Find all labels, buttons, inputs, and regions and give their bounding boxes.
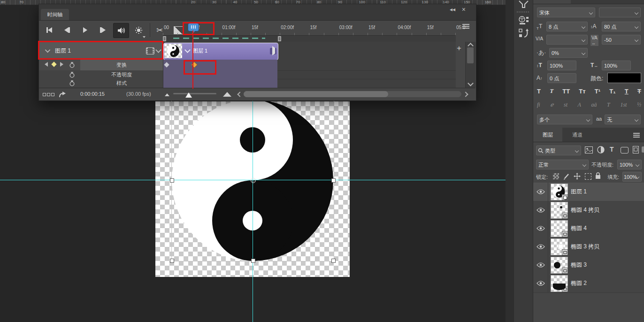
layer-thumbnail[interactable]: [551, 275, 568, 292]
filter-shape-layers-icon[interactable]: [621, 147, 629, 153]
play-button[interactable]: [77, 23, 92, 37]
property-label[interactable]: 变换: [80, 60, 163, 70]
work-area-end-handle[interactable]: [278, 36, 281, 41]
dock-panel-icon-2[interactable]: [518, 15, 529, 25]
property-label[interactable]: 样式: [80, 79, 163, 87]
subscript-button[interactable]: T₁: [609, 88, 615, 95]
ot-contextual-alternates-button[interactable]: ℯ: [550, 101, 553, 108]
layer-thumbnail[interactable]: [551, 184, 568, 200]
lock-position-icon[interactable]: [574, 173, 581, 180]
layer-visibility-cell[interactable]: [533, 238, 548, 256]
clip-collapse-icon[interactable]: [184, 47, 191, 53]
horizontal-scale-input[interactable]: 100%: [602, 61, 631, 70]
layer-thumbnail[interactable]: [551, 220, 568, 237]
vertical-scale-input[interactable]: 100%: [547, 61, 576, 70]
transform-handle-bottom-center[interactable]: [251, 259, 255, 263]
filter-toggle-switch[interactable]: [642, 146, 644, 153]
font-size-select[interactable]: 8 点: [546, 22, 588, 31]
scroll-left-icon[interactable]: [237, 92, 242, 97]
font-style-select[interactable]: [599, 8, 641, 17]
scrollbar-thumb[interactable]: [244, 91, 388, 97]
scrollbar-thumb[interactable]: [467, 47, 474, 63]
transform-handle-bottom-left[interactable]: [170, 259, 174, 263]
zoom-in-icon[interactable]: [223, 92, 231, 97]
timeline-horizontal-scrollbar[interactable]: [244, 91, 461, 97]
kerning-select[interactable]: [546, 35, 588, 45]
eye-icon[interactable]: [537, 244, 545, 249]
timeline-vertical-scrollbar[interactable]: [465, 42, 475, 88]
lock-all-icon[interactable]: [595, 172, 601, 179]
ot-stylistic-alternates-button[interactable]: aā: [591, 101, 597, 108]
add-keyframe-icon[interactable]: [51, 61, 56, 67]
render-export-icon[interactable]: [59, 91, 66, 98]
eye-icon[interactable]: [537, 207, 545, 213]
stopwatch-icon[interactable]: [69, 62, 75, 68]
scroll-right-icon[interactable]: [463, 92, 468, 97]
current-timecode[interactable]: 0:00:00:15: [80, 91, 105, 97]
opacity-keyframe-lane[interactable]: [163, 70, 277, 79]
baseline-shift-input[interactable]: 0 点: [547, 73, 576, 83]
eye-icon[interactable]: [537, 281, 545, 286]
eye-icon[interactable]: [537, 226, 545, 231]
work-area-start-handle[interactable]: [163, 36, 166, 41]
zoom-slider-thumb[interactable]: [185, 92, 192, 98]
ot-titling-alternates-button[interactable]: T: [607, 101, 610, 108]
timeline-clip-layer1[interactable]: 图层 1: [163, 43, 278, 60]
add-media-button[interactable]: +: [454, 44, 464, 53]
lock-image-pixels-icon[interactable]: [563, 173, 570, 180]
panel-collapse-icon[interactable]: ◂◂: [450, 7, 455, 12]
transform-bounding-box[interactable]: [171, 100, 334, 261]
layer-row[interactable]: 椭圆 4 拷贝: [533, 201, 644, 220]
stopwatch-icon[interactable]: [69, 80, 75, 86]
layer-row[interactable]: 椭圆 4: [533, 219, 644, 238]
layer-thumbnail[interactable]: [551, 202, 568, 219]
tab-timeline[interactable]: 时间轴: [41, 9, 69, 20]
blend-mode-select[interactable]: 正常: [536, 160, 589, 169]
layer-visibility-cell[interactable]: [533, 256, 548, 274]
previous-keyframe-icon[interactable]: [45, 62, 48, 67]
superscript-button[interactable]: T¹: [595, 88, 600, 95]
layer-visibility-cell[interactable]: [533, 219, 548, 238]
transform-keyframe-lane[interactable]: [163, 60, 277, 71]
lock-artboard-icon[interactable]: [585, 173, 591, 180]
scroll-down-icon[interactable]: [468, 80, 474, 86]
layer-row[interactable]: 图层 1: [533, 183, 644, 201]
filter-pixel-layers-icon[interactable]: [585, 146, 593, 153]
layer-thumbnail[interactable]: [551, 257, 568, 274]
anti-alias-select[interactable]: 无: [605, 115, 641, 124]
panel-close-icon[interactable]: ×: [462, 7, 466, 12]
ot-ordinals-button[interactable]: 1st: [620, 101, 627, 108]
opacity-select[interactable]: 100%: [617, 160, 642, 169]
fill-select[interactable]: 100%: [622, 172, 642, 182]
language-select[interactable]: 多个: [537, 115, 592, 124]
transform-reference-point[interactable]: [251, 178, 256, 183]
filter-smart-objects-icon[interactable]: [633, 146, 639, 153]
strikethrough-button[interactable]: T: [637, 88, 641, 95]
clip-expand-button[interactable]: [270, 48, 276, 54]
next-keyframe-icon[interactable]: [60, 62, 63, 67]
timeline-zoom-slider[interactable]: [173, 93, 216, 94]
tsume-select[interactable]: 0%: [549, 48, 588, 58]
zoom-out-icon[interactable]: [165, 93, 169, 96]
previous-frame-button[interactable]: [60, 23, 75, 37]
layer-row[interactable]: 椭圆 2: [533, 274, 644, 293]
keyframe-diamond-frame0[interactable]: [164, 62, 169, 67]
leading-select[interactable]: 80 点: [602, 22, 641, 31]
layer-visibility-cell[interactable]: [533, 274, 548, 292]
tab-character[interactable]: [533, 0, 571, 4]
text-color-swatch[interactable]: [607, 73, 641, 83]
dock-drag-handle[interactable]: [517, 11, 530, 13]
ot-discretionary-ligatures-button[interactable]: st: [564, 101, 567, 108]
layer-row[interactable]: 椭圆 3 拷贝: [533, 238, 644, 256]
ot-ligatures-button[interactable]: fi: [537, 101, 540, 108]
small-caps-button[interactable]: Tᴛ: [579, 88, 585, 95]
lock-transparent-pixels-icon[interactable]: [553, 173, 559, 179]
transform-handle-bottom-right[interactable]: [331, 259, 336, 263]
dock-panel-icon-1[interactable]: [519, 0, 529, 8]
timeline-settings-button[interactable]: [131, 23, 146, 37]
tab-layers[interactable]: 图层: [533, 128, 562, 142]
all-caps-button[interactable]: TT: [562, 88, 570, 95]
property-label[interactable]: 不透明度: [80, 70, 163, 79]
layer-thumbnail[interactable]: [551, 238, 568, 255]
faux-bold-button[interactable]: T: [537, 88, 541, 95]
